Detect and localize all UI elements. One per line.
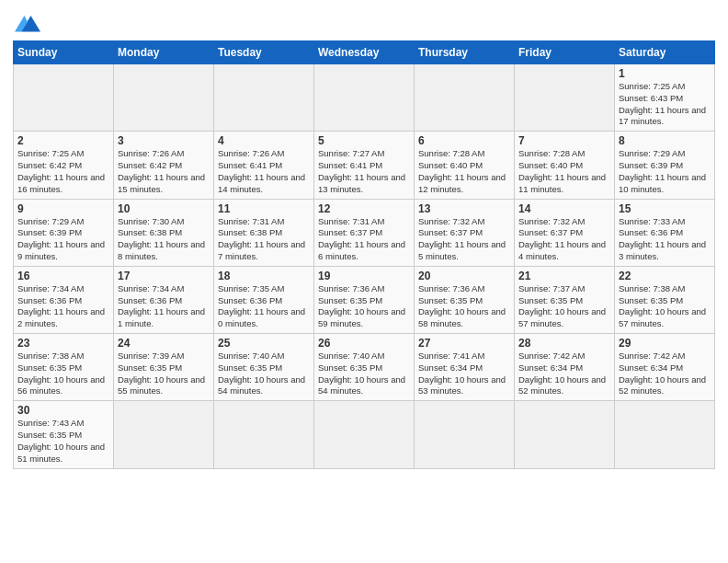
day-info: Sunrise: 7:28 AM Sunset: 6:40 PM Dayligh…: [518, 148, 610, 195]
day-info: Sunrise: 7:43 AM Sunset: 6:35 PM Dayligh…: [17, 418, 109, 465]
day-info: Sunrise: 7:26 AM Sunset: 6:42 PM Dayligh…: [118, 148, 210, 195]
day-number: 4: [218, 134, 310, 147]
calendar-cell: 3Sunrise: 7:26 AM Sunset: 6:42 PM Daylig…: [114, 132, 214, 199]
calendar-cell: 5Sunrise: 7:27 AM Sunset: 6:41 PM Daylig…: [314, 132, 415, 199]
day-info: Sunrise: 7:39 AM Sunset: 6:35 PM Dayligh…: [118, 350, 210, 397]
calendar-cell: 24Sunrise: 7:39 AM Sunset: 6:35 PM Dayli…: [114, 334, 214, 401]
calendar-cell: [14, 64, 114, 132]
calendar-cell: [615, 401, 715, 468]
calendar-cell: 22Sunrise: 7:38 AM Sunset: 6:35 PM Dayli…: [615, 266, 715, 333]
day-info: Sunrise: 7:27 AM Sunset: 6:41 PM Dayligh…: [318, 148, 410, 195]
calendar-row-0: 1Sunrise: 7:25 AM Sunset: 6:43 PM Daylig…: [14, 64, 715, 132]
day-number: 15: [619, 202, 711, 215]
day-number: 23: [17, 337, 109, 350]
day-number: 12: [318, 202, 410, 215]
calendar-cell: 23Sunrise: 7:38 AM Sunset: 6:35 PM Dayli…: [14, 334, 114, 401]
day-info: Sunrise: 7:29 AM Sunset: 6:39 PM Dayligh…: [619, 148, 711, 195]
day-info: Sunrise: 7:35 AM Sunset: 6:36 PM Dayligh…: [218, 283, 310, 330]
calendar: SundayMondayTuesdayWednesdayThursdayFrid…: [13, 40, 715, 469]
calendar-cell: 17Sunrise: 7:34 AM Sunset: 6:36 PM Dayli…: [114, 266, 214, 333]
weekday-header-sunday: Sunday: [14, 41, 114, 64]
calendar-cell: 29Sunrise: 7:42 AM Sunset: 6:34 PM Dayli…: [615, 334, 715, 401]
calendar-cell: [214, 64, 314, 132]
calendar-cell: 15Sunrise: 7:33 AM Sunset: 6:36 PM Dayli…: [615, 199, 715, 266]
calendar-cell: 9Sunrise: 7:29 AM Sunset: 6:39 PM Daylig…: [14, 199, 114, 266]
calendar-row-4: 23Sunrise: 7:38 AM Sunset: 6:35 PM Dayli…: [14, 334, 715, 401]
calendar-row-3: 16Sunrise: 7:34 AM Sunset: 6:36 PM Dayli…: [14, 266, 715, 333]
calendar-cell: 25Sunrise: 7:40 AM Sunset: 6:35 PM Dayli…: [214, 334, 314, 401]
day-info: Sunrise: 7:37 AM Sunset: 6:35 PM Dayligh…: [518, 283, 610, 330]
calendar-cell: 19Sunrise: 7:36 AM Sunset: 6:35 PM Dayli…: [314, 266, 415, 333]
weekday-header-wednesday: Wednesday: [314, 41, 415, 64]
day-info: Sunrise: 7:38 AM Sunset: 6:35 PM Dayligh…: [619, 283, 711, 330]
calendar-cell: 18Sunrise: 7:35 AM Sunset: 6:36 PM Dayli…: [214, 266, 314, 333]
calendar-cell: [515, 401, 615, 468]
calendar-cell: [515, 64, 615, 132]
calendar-cell: 21Sunrise: 7:37 AM Sunset: 6:35 PM Dayli…: [515, 266, 615, 333]
day-number: 18: [218, 270, 310, 282]
calendar-cell: [314, 64, 415, 132]
day-number: 30: [17, 404, 109, 417]
day-number: 26: [318, 337, 410, 350]
day-number: 6: [418, 134, 510, 147]
day-info: Sunrise: 7:28 AM Sunset: 6:40 PM Dayligh…: [418, 148, 510, 195]
calendar-row-5: 30Sunrise: 7:43 AM Sunset: 6:35 PM Dayli…: [14, 401, 715, 468]
calendar-cell: 26Sunrise: 7:40 AM Sunset: 6:35 PM Dayli…: [314, 334, 415, 401]
day-number: 7: [518, 134, 610, 147]
logo-icon: [13, 9, 42, 35]
day-info: Sunrise: 7:38 AM Sunset: 6:35 PM Dayligh…: [17, 350, 109, 397]
calendar-cell: 10Sunrise: 7:30 AM Sunset: 6:38 PM Dayli…: [114, 199, 214, 266]
calendar-cell: [214, 401, 314, 468]
day-info: Sunrise: 7:42 AM Sunset: 6:34 PM Dayligh…: [518, 350, 610, 397]
day-number: 27: [418, 337, 510, 350]
calendar-cell: [415, 401, 515, 468]
weekday-header-row: SundayMondayTuesdayWednesdayThursdayFrid…: [14, 41, 715, 64]
day-info: Sunrise: 7:32 AM Sunset: 6:37 PM Dayligh…: [418, 216, 510, 263]
calendar-cell: 14Sunrise: 7:32 AM Sunset: 6:37 PM Dayli…: [515, 199, 615, 266]
day-number: 24: [118, 337, 210, 350]
calendar-cell: 4Sunrise: 7:26 AM Sunset: 6:41 PM Daylig…: [214, 132, 314, 199]
day-number: 13: [418, 202, 510, 215]
day-number: 21: [518, 270, 610, 282]
weekday-header-monday: Monday: [114, 41, 214, 64]
day-info: Sunrise: 7:40 AM Sunset: 6:35 PM Dayligh…: [218, 350, 310, 397]
calendar-cell: 13Sunrise: 7:32 AM Sunset: 6:37 PM Dayli…: [415, 199, 515, 266]
day-number: 11: [218, 202, 310, 215]
day-number: 17: [118, 270, 210, 282]
calendar-cell: 28Sunrise: 7:42 AM Sunset: 6:34 PM Dayli…: [515, 334, 615, 401]
calendar-row-2: 9Sunrise: 7:29 AM Sunset: 6:39 PM Daylig…: [14, 199, 715, 266]
day-number: 25: [218, 337, 310, 350]
day-info: Sunrise: 7:41 AM Sunset: 6:34 PM Dayligh…: [418, 350, 510, 397]
calendar-cell: 8Sunrise: 7:29 AM Sunset: 6:39 PM Daylig…: [615, 132, 715, 199]
day-info: Sunrise: 7:31 AM Sunset: 6:37 PM Dayligh…: [318, 216, 410, 263]
calendar-cell: 12Sunrise: 7:31 AM Sunset: 6:37 PM Dayli…: [314, 199, 415, 266]
day-info: Sunrise: 7:36 AM Sunset: 6:35 PM Dayligh…: [418, 283, 510, 330]
day-info: Sunrise: 7:31 AM Sunset: 6:38 PM Dayligh…: [218, 216, 310, 263]
day-info: Sunrise: 7:29 AM Sunset: 6:39 PM Dayligh…: [17, 216, 109, 263]
day-number: 9: [17, 202, 109, 215]
day-number: 14: [518, 202, 610, 215]
day-info: Sunrise: 7:34 AM Sunset: 6:36 PM Dayligh…: [17, 283, 109, 330]
page: SundayMondayTuesdayWednesdayThursdayFrid…: [0, 0, 728, 478]
day-info: Sunrise: 7:32 AM Sunset: 6:37 PM Dayligh…: [518, 216, 610, 263]
day-info: Sunrise: 7:40 AM Sunset: 6:35 PM Dayligh…: [318, 350, 410, 397]
day-number: 1: [619, 67, 711, 80]
day-number: 16: [17, 270, 109, 282]
calendar-cell: 27Sunrise: 7:41 AM Sunset: 6:34 PM Dayli…: [415, 334, 515, 401]
day-number: 5: [318, 134, 410, 147]
calendar-cell: [314, 401, 415, 468]
weekday-header-tuesday: Tuesday: [214, 41, 314, 64]
day-number: 8: [619, 134, 711, 147]
calendar-cell: 30Sunrise: 7:43 AM Sunset: 6:35 PM Dayli…: [14, 401, 114, 468]
day-number: 22: [619, 270, 711, 282]
calendar-cell: 6Sunrise: 7:28 AM Sunset: 6:40 PM Daylig…: [415, 132, 515, 199]
calendar-cell: 7Sunrise: 7:28 AM Sunset: 6:40 PM Daylig…: [515, 132, 615, 199]
day-info: Sunrise: 7:42 AM Sunset: 6:34 PM Dayligh…: [619, 350, 711, 397]
day-number: 20: [418, 270, 510, 282]
calendar-row-1: 2Sunrise: 7:25 AM Sunset: 6:42 PM Daylig…: [14, 132, 715, 199]
calendar-cell: [114, 64, 214, 132]
calendar-cell: 16Sunrise: 7:34 AM Sunset: 6:36 PM Dayli…: [14, 266, 114, 333]
weekday-header-saturday: Saturday: [615, 41, 715, 64]
day-info: Sunrise: 7:26 AM Sunset: 6:41 PM Dayligh…: [218, 148, 310, 195]
calendar-cell: [415, 64, 515, 132]
